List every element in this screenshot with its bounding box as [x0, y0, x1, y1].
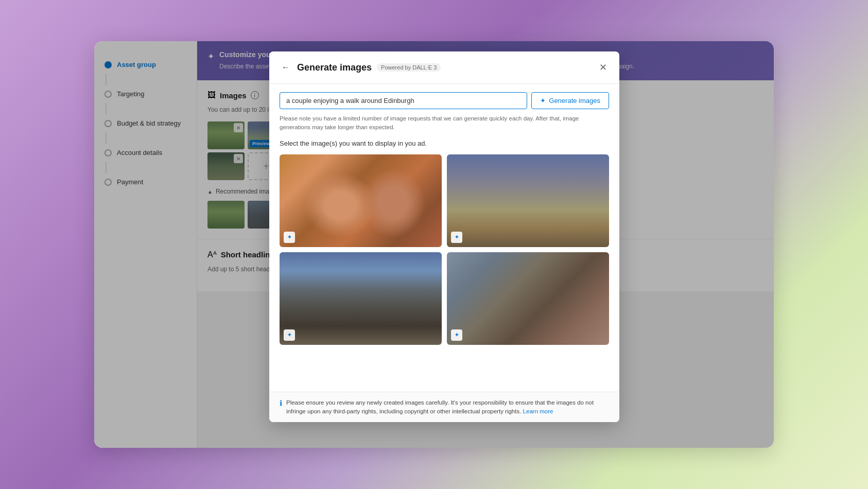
generate-input-row: ✦ Generate images	[280, 92, 609, 109]
generated-image-2[interactable]: ✦	[447, 154, 609, 247]
generate-prompt-input[interactable]	[280, 92, 527, 109]
modal-overlay[interactable]: ← Generate images Powered by DALL·E 3 ✕ …	[94, 41, 774, 448]
generate-sparkle-icon: ✦	[540, 97, 546, 104]
generate-images-modal: ← Generate images Powered by DALL·E 3 ✕ …	[269, 51, 619, 422]
generated-image-4[interactable]: ✦	[447, 252, 609, 345]
notice-text: Please ensure you review any newly creat…	[286, 398, 609, 416]
ai-badge-1: ✦	[284, 232, 295, 243]
ai-badge-4: ✦	[451, 329, 462, 341]
generate-note: Please note you have a limited number of…	[280, 114, 609, 132]
notice-info-icon: ℹ	[280, 399, 282, 407]
modal-close-button[interactable]: ✕	[597, 60, 609, 75]
generated-images-grid: ✦ ✦ ✦ ✦	[280, 154, 609, 345]
select-prompt: Select the image(s) you want to display …	[280, 139, 609, 147]
modal-title-group: ← Generate images Powered by DALL·E 3	[280, 61, 441, 74]
powered-by-badge: Powered by DALL·E 3	[377, 63, 441, 72]
modal-title: Generate images	[297, 62, 372, 73]
generate-images-button[interactable]: ✦ Generate images	[531, 92, 609, 109]
learn-more-link[interactable]: Learn more	[523, 408, 553, 414]
ai-badge-2: ✦	[451, 232, 462, 243]
footer-notice: ℹ Please ensure you review any newly cre…	[280, 398, 609, 416]
app-container: Asset group Targeting Budget & bid strat…	[94, 41, 774, 448]
ai-badge-3: ✦	[284, 329, 295, 341]
modal-back-button[interactable]: ←	[280, 61, 292, 74]
generated-image-3[interactable]: ✦	[280, 252, 442, 345]
modal-body: ✦ Generate images Please note you have a…	[269, 84, 619, 392]
modal-footer: ℹ Please ensure you review any newly cre…	[269, 392, 619, 423]
generated-image-1[interactable]: ✦	[280, 154, 442, 247]
modal-header: ← Generate images Powered by DALL·E 3 ✕	[269, 51, 619, 84]
generate-button-label: Generate images	[549, 97, 600, 104]
